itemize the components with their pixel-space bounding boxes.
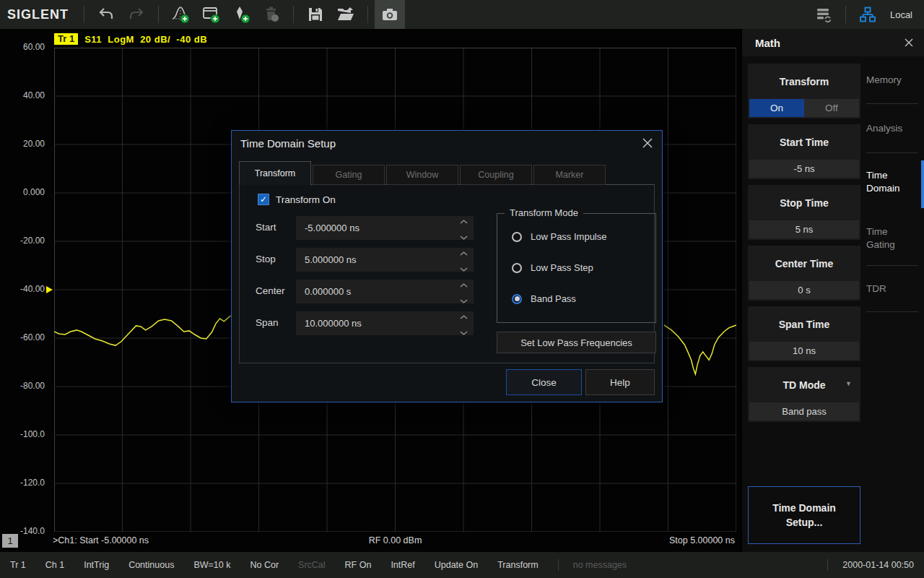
add-window-button[interactable] <box>196 0 226 29</box>
reference-level-marker[interactable] <box>46 286 53 293</box>
tab-coupling[interactable]: Coupling <box>460 165 532 185</box>
dialog-titlebar[interactable]: Time Domain Setup <box>232 131 662 155</box>
radio-low-pass-step[interactable]: Low Pass Step <box>512 262 593 273</box>
add-trace-button[interactable] <box>165 0 196 29</box>
sweep-stop-label: Stop 5.00000 ns <box>669 535 735 545</box>
toolbar-separator <box>293 6 294 23</box>
menu-item-memory[interactable]: Memory <box>866 56 918 104</box>
y-axis-label: -20.00 <box>0 236 45 246</box>
help-button[interactable]: Help <box>585 369 655 395</box>
tab-window[interactable]: Window <box>386 165 458 185</box>
dialog-title: Time Domain Setup <box>240 137 642 150</box>
sidebar-menu: MemoryAnalysisTime DomainTime GatingTDR <box>866 56 918 312</box>
redo-button[interactable] <box>121 0 152 29</box>
control-td-mode[interactable]: TD Mode▼Band pass <box>748 367 860 422</box>
spinner-buttons <box>460 277 474 306</box>
open-button[interactable] <box>331 0 361 29</box>
status-separator <box>827 559 828 571</box>
spin-down-icon[interactable] <box>460 262 468 275</box>
toolbar-separator <box>84 6 84 23</box>
control-span-time[interactable]: Span Time10 ns <box>748 306 860 361</box>
radio-low-pass-impulse[interactable]: Low Pass Impulse <box>512 231 607 242</box>
status-item-intref: IntRef <box>391 560 414 570</box>
add-window-icon <box>201 4 221 25</box>
add-marker-button[interactable] <box>226 0 256 29</box>
screenshot-icon <box>380 5 399 24</box>
tab-marker[interactable]: Marker <box>533 165 606 185</box>
toggle-off-button[interactable]: Off <box>804 99 859 117</box>
control-value[interactable]: 5 ns <box>749 220 859 238</box>
status-item-inttrig: IntTrig <box>84 560 109 570</box>
delete-button[interactable] <box>256 0 287 29</box>
network-status-button[interactable] <box>853 0 883 29</box>
sidebar-controls: TransformOnOffStart Time-5 nsStop Time5 … <box>748 64 860 428</box>
control-value[interactable]: 0 s <box>749 281 859 299</box>
spin-up-icon[interactable] <box>460 309 468 322</box>
screenshot-button[interactable] <box>375 0 405 29</box>
control-stop-time[interactable]: Stop Time5 ns <box>748 185 860 240</box>
control-label: Center Time <box>748 246 860 281</box>
field-row-span: Span10.000000 ns <box>248 311 487 335</box>
redo-icon <box>127 5 146 24</box>
spin-down-icon[interactable] <box>460 325 468 338</box>
control-start-time[interactable]: Start Time-5 ns <box>748 124 860 179</box>
start-input[interactable]: -5.000000 ns <box>296 216 474 240</box>
trace-badge[interactable]: Tr 1 <box>54 33 78 45</box>
control-center-time[interactable]: Center Time0 s <box>748 246 860 301</box>
span-input[interactable]: 10.000000 ns <box>296 311 474 335</box>
field-label: Center <box>256 285 285 296</box>
status-item-no-cor: No Cor <box>250 560 279 570</box>
menu-item-tdr[interactable]: TDR <box>866 266 918 312</box>
checkbox-checked-icon[interactable]: ✓ <box>258 194 269 205</box>
status-bar: Tr 1Ch 1IntTrigContinuousBW=10 kNo CorSr… <box>0 552 924 578</box>
spin-up-icon[interactable] <box>460 214 468 227</box>
center-input[interactable]: 0.000000 s <box>296 280 474 303</box>
transform-tab-pane: ✓ Transform On Start-5.000000 nsStop5.00… <box>239 184 655 363</box>
spin-down-icon[interactable] <box>460 230 468 243</box>
menu-item-analysis[interactable]: Analysis <box>866 104 918 153</box>
transform-on-checkbox-row[interactable]: ✓ Transform On <box>258 194 336 205</box>
time-domain-setup-button[interactable]: Time Domain Setup... <box>748 486 860 544</box>
spin-up-icon[interactable] <box>460 277 468 290</box>
toggle-on-button[interactable]: On <box>749 99 804 117</box>
checkbox-label: Transform On <box>276 194 336 205</box>
y-axis-label: 20.00 <box>0 139 45 149</box>
control-label: Start Time <box>748 124 860 160</box>
stop-input[interactable]: 5.000000 ns <box>296 248 474 272</box>
radio-button-icon[interactable] <box>512 232 522 242</box>
field-value: 10.000000 ns <box>296 318 460 329</box>
radio-band-pass[interactable]: Band Pass <box>512 293 576 304</box>
menu-item-time-domain[interactable]: Time Domain <box>866 153 918 211</box>
radio-button-icon[interactable] <box>512 263 522 273</box>
status-item-tr-1: Tr 1 <box>10 560 26 570</box>
close-icon <box>904 38 914 48</box>
control-value[interactable]: 10 ns <box>749 342 859 360</box>
toolbar-separator <box>158 6 159 23</box>
undo-button[interactable] <box>91 0 121 29</box>
control-value[interactable]: -5 ns <box>749 160 859 178</box>
control-label: Stop Time <box>748 185 860 220</box>
math-sidebar: Math TransformOnOffStart Time-5 nsStop T… <box>742 29 924 552</box>
save-button[interactable] <box>300 0 331 29</box>
close-icon <box>642 137 653 149</box>
control-transform[interactable]: TransformOnOff <box>748 64 860 118</box>
sidebar-title: Math <box>755 37 904 49</box>
trace-header: Tr 1 S11 LogM 20 dB/ -40 dB <box>54 33 207 45</box>
dialog-close-button[interactable] <box>642 137 653 149</box>
network-icon <box>858 5 877 24</box>
status-items: Tr 1Ch 1IntTrigContinuousBW=10 kNo CorSr… <box>10 560 558 570</box>
spin-up-icon[interactable] <box>460 246 468 259</box>
control-value[interactable]: Band pass <box>749 402 859 420</box>
close-button[interactable]: Close <box>506 369 582 395</box>
menu-item-time-gating[interactable]: Time Gating <box>866 211 918 266</box>
delete-icon <box>261 4 282 25</box>
tab-transform[interactable]: Transform <box>239 161 311 185</box>
spin-down-icon[interactable] <box>460 293 468 306</box>
open-icon <box>336 4 356 25</box>
radio-button-icon[interactable] <box>512 294 522 304</box>
status-item-continuous: Continuous <box>128 560 174 570</box>
set-low-pass-frequencies-button[interactable]: Set Low Pass Frequencies <box>497 332 656 353</box>
tab-gating[interactable]: Gating <box>313 165 385 185</box>
task-queue-button[interactable] <box>808 0 839 29</box>
sidebar-close-button[interactable] <box>904 38 914 48</box>
